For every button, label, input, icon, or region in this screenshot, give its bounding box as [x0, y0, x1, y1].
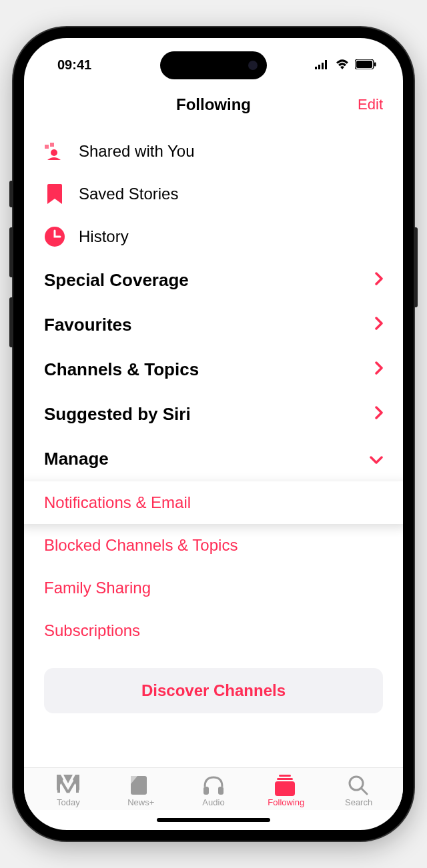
section-favourites[interactable]: Favourites — [24, 303, 403, 347]
manage-blocked-channels[interactable]: Blocked Channels & Topics — [24, 524, 403, 567]
today-icon — [57, 775, 79, 795]
manage-item-label: Subscriptions — [44, 621, 140, 639]
svg-rect-15 — [277, 778, 293, 780]
shared-icon — [44, 141, 65, 162]
section-suggested-by-siri[interactable]: Suggested by Siri — [24, 392, 403, 437]
tab-label: Today — [57, 797, 80, 807]
chevron-right-icon — [375, 317, 383, 334]
device-frame: 09:41 Following Edit — [13, 27, 414, 841]
svg-rect-3 — [325, 60, 327, 69]
saved-stories-item[interactable]: Saved Stories — [24, 173, 403, 215]
edit-button[interactable]: Edit — [358, 96, 383, 113]
hw-buttons-left — [9, 181, 13, 367]
manage-family-sharing[interactable]: Family Sharing — [24, 567, 403, 609]
tab-audio[interactable]: Audio — [177, 775, 250, 807]
svg-rect-16 — [275, 781, 295, 796]
search-icon — [348, 775, 370, 795]
svg-rect-1 — [318, 65, 320, 69]
status-time: 09:41 — [57, 57, 91, 73]
section-label: Manage — [44, 449, 109, 469]
tab-label: Search — [345, 797, 372, 807]
tab-news-plus[interactable]: News+ — [105, 775, 177, 807]
svg-rect-5 — [356, 61, 372, 68]
tab-label: News+ — [127, 797, 154, 807]
dynamic-island — [160, 51, 267, 79]
battery-icon — [355, 57, 376, 73]
bookmark-icon — [44, 183, 65, 205]
svg-rect-14 — [279, 775, 291, 777]
manage-notifications-email[interactable]: Notifications & Email — [24, 481, 403, 524]
wifi-icon — [335, 57, 350, 73]
section-special-coverage[interactable]: Special Coverage — [24, 258, 403, 303]
manage-subscriptions[interactable]: Subscriptions — [24, 609, 403, 652]
discover-channels-button[interactable]: Discover Channels — [44, 668, 383, 713]
svg-rect-6 — [374, 62, 376, 66]
chevron-down-icon — [370, 451, 383, 468]
status-icons — [315, 57, 376, 73]
section-channels-topics[interactable]: Channels & Topics — [24, 347, 403, 392]
news-plus-icon — [129, 775, 152, 795]
chevron-right-icon — [375, 272, 383, 289]
svg-rect-12 — [203, 787, 209, 795]
svg-rect-0 — [315, 67, 317, 69]
section-label: Channels & Topics — [44, 359, 199, 380]
manage-item-label: Notifications & Email — [44, 493, 191, 511]
history-icon — [44, 226, 65, 247]
svg-rect-7 — [45, 145, 49, 149]
saved-stories-label: Saved Stories — [79, 185, 383, 203]
section-label: Favourites — [44, 315, 132, 335]
tab-search[interactable]: Search — [322, 775, 395, 807]
history-label: History — [79, 227, 383, 246]
shared-with-you-item[interactable]: Shared with You — [24, 130, 403, 173]
tab-label: Following — [268, 797, 304, 807]
tab-label: Audio — [202, 797, 224, 807]
hw-buttons-right — [414, 227, 418, 307]
audio-icon — [202, 775, 225, 795]
manage-item-label: Family Sharing — [44, 579, 151, 597]
svg-line-18 — [362, 789, 367, 794]
header: Following Edit — [24, 85, 403, 130]
home-indicator[interactable] — [24, 810, 403, 830]
screen: 09:41 Following Edit — [24, 38, 403, 830]
svg-point-9 — [51, 149, 57, 156]
tab-bar: Today News+ Audio Following — [24, 767, 403, 810]
section-label: Suggested by Siri — [44, 404, 191, 425]
tab-following[interactable]: Following — [250, 775, 322, 807]
svg-rect-2 — [322, 63, 324, 69]
svg-rect-8 — [50, 143, 54, 147]
discover-channels-label: Discover Channels — [141, 681, 286, 699]
chevron-right-icon — [375, 361, 383, 379]
section-manage[interactable]: Manage — [24, 437, 403, 481]
following-icon — [275, 775, 298, 795]
chevron-right-icon — [375, 406, 383, 423]
history-item[interactable]: History — [24, 215, 403, 258]
svg-rect-13 — [218, 787, 224, 795]
shared-with-you-label: Shared with You — [79, 142, 383, 161]
tab-today[interactable]: Today — [32, 775, 105, 807]
page-title: Following — [176, 95, 251, 114]
manage-item-label: Blocked Channels & Topics — [44, 536, 238, 554]
section-label: Special Coverage — [44, 270, 189, 291]
content: Shared with You Saved Stories History Sp… — [24, 130, 403, 767]
cellular-icon — [315, 57, 330, 73]
